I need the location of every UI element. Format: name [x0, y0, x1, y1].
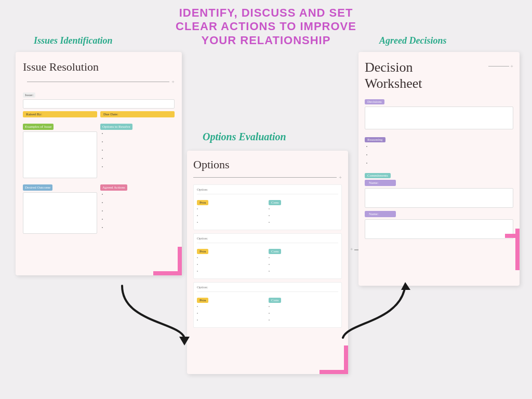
commitments-section: Commitments Name: Name:: [365, 169, 513, 239]
issue-resolution-card: Issue Resolution + Issue: Raised By: Due…: [16, 52, 182, 275]
issues-identification-label: Issues Identification: [34, 35, 113, 46]
header-line2: CLEAR ACTIONS TO IMPROVE: [176, 20, 356, 33]
header-line1: IDENTIFY, DISCUSS AND SET: [179, 6, 353, 19]
options-evaluation-label: Options Evaluation: [203, 131, 286, 143]
small-plus-icon: +: [350, 246, 353, 252]
pink-accent-right-decision: [515, 229, 520, 270]
option1-pros-list: [197, 207, 267, 224]
small-left-bar: [354, 249, 358, 250]
option1-label: Option:: [197, 188, 338, 192]
reasoning-label: Reasoning: [365, 137, 385, 142]
header-line3: YOUR RELATIONSHIP: [202, 34, 331, 47]
decision-divider-mark: +: [488, 63, 513, 69]
option1-pros-col: Pros: [197, 196, 267, 227]
desired-outcome-label: Desired Outcome: [23, 184, 52, 191]
svg-marker-1: [401, 282, 410, 290]
issue-card-divider: +: [23, 79, 175, 85]
option3-pros-list: [197, 304, 267, 322]
issue-card-title: Issue Resolution: [23, 60, 175, 74]
agreed-actions-list: [100, 192, 175, 230]
decision-card-title: Decision Worksheet: [365, 59, 422, 91]
decisions-section: Decisions: [365, 96, 513, 129]
option2-cons-col: Cons: [269, 245, 338, 276]
option3-cons-tag: Cons: [269, 298, 281, 303]
decision-worksheet-card: Decision Worksheet + Decisions Reasoning…: [358, 52, 520, 286]
option2-pros-list: [197, 256, 267, 273]
option-3-section: Option: Pros Cons: [193, 282, 342, 328]
option3-pros-tag: Pros: [197, 298, 208, 303]
option3-pros-col: Pros: [197, 294, 267, 325]
name2-box: [365, 219, 513, 239]
option1-cons-list: [269, 207, 338, 224]
option2-cons-tag: Cons: [269, 249, 281, 254]
agreed-decisions-label: Agreed Decisions: [379, 35, 447, 46]
option2-pros-tag: Pros: [197, 249, 208, 254]
svg-marker-0: [179, 337, 190, 345]
pink-accent-right-decision2: [505, 234, 515, 238]
agreed-actions-label: Agreed Actions: [100, 184, 127, 191]
name1-box: [365, 188, 513, 208]
option3-label: Option:: [197, 285, 338, 289]
name1-row: Name:: [365, 180, 513, 186]
option1-pros-tag: Pros: [197, 200, 208, 205]
decisions-label: Decisions: [365, 99, 384, 104]
commitments-label: Commitments: [365, 173, 391, 178]
issue-field-label: Issue:: [23, 92, 35, 98]
options-evaluation-card: Options + Option: Pros Cons Option: Pros: [187, 151, 348, 374]
arrow-options-to-decisions: [332, 281, 416, 350]
option2-label: Option:: [197, 236, 338, 241]
name2-row: Name:: [365, 211, 513, 217]
options-resolve-list: [100, 131, 175, 169]
option2-pros-col: Pros: [197, 245, 267, 276]
option-2-section: Option: Pros Cons: [193, 233, 342, 279]
name2-label: Name:: [365, 211, 396, 217]
option1-cons-tag: Cons: [269, 200, 281, 205]
options-divider: +: [193, 175, 342, 180]
arrow-issues-to-options: [112, 281, 195, 350]
option2-cons-list: [269, 256, 338, 273]
pink-accent-right-issue: [178, 247, 182, 275]
reasoning-list: [365, 144, 513, 165]
decisions-box: [365, 107, 513, 129]
reasoning-section: Reasoning: [365, 134, 513, 165]
option3-cons-list: [269, 304, 338, 322]
name1-label: Name:: [365, 180, 396, 186]
examples-label: Examples of Issue: [23, 124, 54, 130]
option3-cons-col: Cons: [269, 294, 338, 325]
option-1-section: Option: Pros Cons: [193, 184, 342, 230]
option1-cons-col: Cons: [269, 196, 338, 227]
raised-by-label: Raised By:: [23, 111, 97, 117]
due-date-label: Due Date:: [100, 111, 175, 117]
options-resolve-label: Options to Resolve: [100, 124, 132, 130]
options-card-title: Options: [193, 158, 342, 171]
